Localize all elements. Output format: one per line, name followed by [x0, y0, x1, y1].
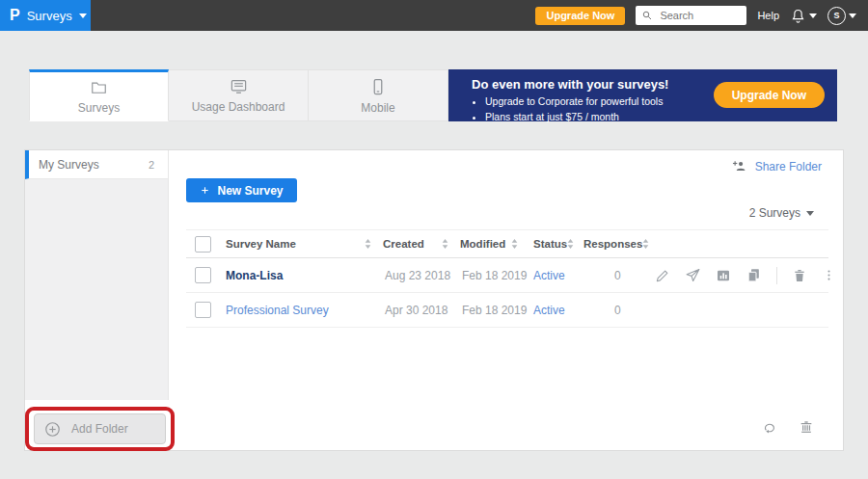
add-circle-icon	[43, 420, 62, 439]
bell-icon	[790, 8, 806, 24]
survey-name-link[interactable]: Professional Survey	[226, 304, 329, 317]
survey-name-link[interactable]: Mona-Lisa	[226, 269, 283, 282]
sort-icon[interactable]	[442, 239, 448, 249]
chevron-down-icon	[806, 211, 814, 216]
table-row: Mona-Lisa Aug 23 2018 Feb 18 2019 Active…	[186, 258, 828, 293]
divider	[776, 267, 777, 284]
row-checkbox[interactable]	[195, 302, 211, 318]
survey-count-dropdown[interactable]: 2 Surveys	[749, 206, 814, 220]
status-badge[interactable]: Active	[529, 269, 583, 282]
folder-label: My Surveys	[39, 158, 99, 172]
survey-count-label: 2 Surveys	[749, 206, 800, 220]
annotation-highlight-box: Add Folder	[25, 407, 175, 451]
main-tabs: Surveys Usage Dashboard Mobile	[29, 69, 448, 121]
send-icon[interactable]	[685, 267, 701, 283]
topbar: P Surveys Upgrade Now Help S	[0, 0, 868, 31]
account-menu[interactable]: S	[827, 7, 856, 25]
delete-icon[interactable]	[792, 268, 807, 283]
tab-mobile[interactable]: Mobile	[309, 69, 448, 121]
table-row: Professional Survey Apr 30 2018 Feb 18 2…	[186, 293, 828, 328]
plus-icon	[200, 185, 210, 196]
created-date: Apr 30 2018	[383, 304, 460, 317]
sort-icon[interactable]	[642, 239, 649, 249]
chevron-down-icon	[809, 13, 817, 18]
column-header-responses: Responses	[583, 238, 642, 250]
new-survey-button[interactable]: New Survey	[186, 178, 297, 202]
chevron-down-icon	[849, 13, 856, 18]
app-menu-label: Surveys	[27, 9, 72, 23]
folder-icon	[89, 79, 109, 96]
status-badge[interactable]: Active	[529, 304, 583, 317]
avatar: S	[827, 7, 846, 25]
upgrade-now-button[interactable]: Upgrade Now	[535, 7, 625, 25]
sort-icon[interactable]	[365, 239, 371, 249]
column-header-survey-name: Survey Name	[226, 238, 296, 250]
page: P Surveys Upgrade Now Help S Surveys	[0, 0, 868, 479]
brand-logo-icon: P	[10, 8, 20, 23]
promo-banner: Do even more with your surveys! Upgrade …	[448, 69, 837, 121]
column-header-status: Status	[533, 238, 567, 250]
add-folder-label: Add Folder	[71, 422, 128, 436]
edit-icon[interactable]	[655, 268, 670, 283]
promo-bullet: Plans start at just $75 / month	[485, 110, 837, 125]
sort-icon[interactable]	[511, 239, 518, 249]
column-header-modified: Modified	[460, 238, 505, 250]
chevron-down-icon	[79, 13, 87, 18]
help-link[interactable]: Help	[757, 10, 779, 21]
restore-icon[interactable]	[761, 420, 777, 435]
tab-surveys[interactable]: Surveys	[29, 69, 169, 121]
responses-count: 0	[583, 269, 655, 282]
modified-date: Feb 18 2019	[460, 304, 529, 317]
sort-icon[interactable]	[567, 239, 574, 249]
folders-sidebar	[25, 150, 169, 400]
upgrade-now-cta-button[interactable]: Upgrade Now	[714, 82, 825, 108]
surveys-table: Survey Name Created Modified Status Resp…	[186, 229, 828, 328]
tab-usage-dashboard[interactable]: Usage Dashboard	[169, 69, 309, 121]
dashboard-icon	[229, 77, 249, 95]
more-options-icon[interactable]	[822, 268, 836, 282]
surveys-panel: My Surveys 2 Share Folder New Survey 2 S…	[24, 149, 844, 451]
search-input[interactable]	[658, 9, 745, 22]
row-actions	[655, 267, 861, 284]
new-survey-label: New Survey	[217, 184, 283, 198]
notifications-menu[interactable]	[790, 8, 817, 24]
row-checkbox[interactable]	[195, 267, 211, 283]
app-switcher[interactable]: P Surveys	[0, 0, 91, 31]
table-header-row: Survey Name Created Modified Status Resp…	[186, 229, 828, 258]
mobile-icon	[368, 77, 388, 96]
responses-count: 0	[583, 304, 655, 317]
person-add-icon	[731, 159, 747, 173]
sidebar-item-my-surveys[interactable]: My Surveys 2	[25, 150, 168, 179]
select-all-checkbox[interactable]	[195, 236, 211, 253]
tab-label: Usage Dashboard	[192, 100, 285, 114]
search-icon	[641, 10, 653, 21]
modified-date: Feb 18 2019	[460, 269, 529, 282]
panel-footer-actions	[761, 419, 814, 435]
trash-bin-icon[interactable]	[799, 419, 814, 435]
created-date: Aug 23 2018	[383, 269, 460, 282]
copy-icon[interactable]	[746, 267, 762, 283]
topbar-actions: Upgrade Now Help S	[535, 6, 868, 25]
column-header-created: Created	[383, 238, 424, 250]
tab-label: Surveys	[78, 101, 120, 115]
search-box[interactable]	[636, 6, 746, 25]
share-folder-label: Share Folder	[755, 160, 822, 173]
tab-label: Mobile	[361, 101, 394, 115]
add-folder-button[interactable]: Add Folder	[34, 413, 166, 444]
folder-count-badge: 2	[149, 159, 154, 171]
share-folder-link[interactable]: Share Folder	[731, 159, 822, 173]
reports-icon[interactable]	[716, 268, 731, 283]
